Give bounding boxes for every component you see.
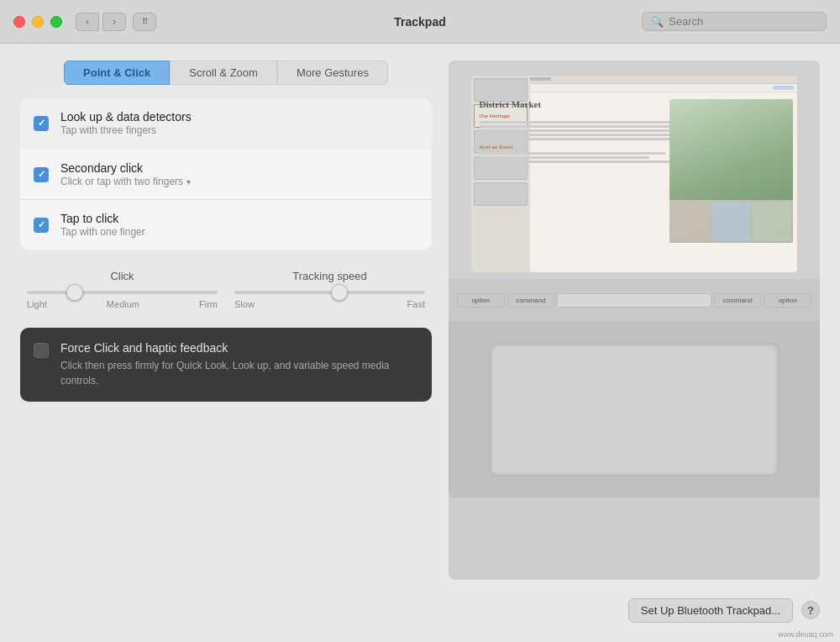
back-icon: ‹ bbox=[86, 16, 89, 28]
tracking-slider-labels: Slow Fast bbox=[234, 299, 425, 309]
search-input[interactable] bbox=[669, 15, 817, 28]
settings-list: Look up & data detectors Tap with three … bbox=[20, 98, 432, 250]
preview-page: District Market Our Heritage Host an Eve… bbox=[471, 92, 798, 272]
search-bar[interactable]: 🔍 bbox=[642, 12, 827, 31]
preview-area: District Market Our Heritage Host an Eve… bbox=[449, 61, 820, 580]
tracking-slider-track bbox=[234, 291, 425, 294]
click-label-medium: Medium bbox=[107, 299, 139, 309]
help-button[interactable]: ? bbox=[801, 601, 820, 619]
preview-text-line bbox=[480, 134, 681, 136]
list-item: Tap to click Tap with one finger bbox=[20, 200, 432, 250]
dropdown-arrow-icon: ▾ bbox=[186, 177, 191, 187]
forward-button[interactable]: › bbox=[102, 13, 126, 31]
lookup-subtitle: Tap with three fingers bbox=[60, 124, 418, 136]
trackpad-area bbox=[449, 321, 820, 497]
keyboard-row: option command command option bbox=[455, 293, 813, 308]
right-panel: District Market Our Heritage Host an Eve… bbox=[449, 61, 820, 625]
tracking-slider-group: Tracking speed Slow Fast bbox=[234, 270, 425, 309]
preview-content: District Market Our Heritage Host an Eve… bbox=[471, 92, 798, 272]
traffic-lights bbox=[13, 16, 62, 28]
preview-menu-item bbox=[528, 77, 551, 81]
tabs-container: Point & Click Scroll & Zoom More Gesture… bbox=[20, 61, 432, 85]
list-item: Look up & data detectors Tap with three … bbox=[20, 98, 432, 148]
grid-icon: ⠿ bbox=[142, 17, 148, 26]
forward-icon: › bbox=[113, 16, 116, 28]
tab-point-click[interactable]: Point & Click bbox=[64, 61, 170, 85]
window-title: Trackpad bbox=[394, 15, 445, 29]
search-icon: 🔍 bbox=[651, 16, 664, 28]
preview-text-line bbox=[480, 152, 665, 155]
keyboard: option command command option bbox=[455, 293, 813, 308]
force-click-section: Force Click and haptic feedback Click th… bbox=[20, 328, 432, 402]
nav-buttons: ‹ › bbox=[76, 13, 126, 31]
lookup-title: Look up & data detectors bbox=[60, 110, 418, 124]
tab-more-gestures[interactable]: More Gestures bbox=[277, 61, 388, 85]
close-button[interactable] bbox=[13, 16, 25, 28]
maximize-button[interactable] bbox=[50, 16, 62, 28]
click-slider-thumb[interactable] bbox=[66, 284, 83, 301]
lookup-checkbox[interactable] bbox=[34, 116, 49, 131]
bottom-bar: Set Up Bluetooth Trackpad... ? bbox=[449, 588, 820, 625]
secondary-click-subtitle: Click or tap with two fingers bbox=[60, 176, 183, 187]
keyboard-area: option command command option bbox=[449, 279, 820, 321]
tracking-slider-label: Tracking speed bbox=[292, 270, 366, 282]
list-item: Secondary click Click or tap with two fi… bbox=[20, 150, 432, 200]
command-key-r: command bbox=[714, 293, 762, 308]
tab-scroll-zoom[interactable]: Scroll & Zoom bbox=[170, 61, 277, 85]
trackpad-surface[interactable] bbox=[490, 343, 780, 476]
secondary-click-title: Secondary click bbox=[60, 161, 418, 175]
tap-to-click-checkbox[interactable] bbox=[34, 218, 49, 233]
click-slider-labels: Light Medium Firm bbox=[27, 299, 218, 309]
spacebar-key bbox=[557, 293, 711, 308]
click-label-light: Light bbox=[27, 299, 47, 309]
grid-button[interactable]: ⠿ bbox=[133, 13, 156, 31]
click-label-firm: Firm bbox=[199, 299, 218, 309]
back-button[interactable]: ‹ bbox=[76, 13, 99, 31]
option-key-r: option bbox=[764, 293, 811, 308]
click-slider-label: Click bbox=[110, 270, 134, 282]
setup-bluetooth-button[interactable]: Set Up Bluetooth Trackpad... bbox=[628, 598, 793, 623]
watermark: www.deuaq.com bbox=[778, 630, 833, 639]
preview-screenshot: District Market Our Heritage Host an Eve… bbox=[449, 61, 820, 279]
option-key: option bbox=[457, 293, 505, 308]
click-slider-group: Click Light Medium Firm bbox=[27, 270, 218, 309]
tracking-label-slow: Slow bbox=[234, 299, 255, 309]
preview-products bbox=[669, 200, 794, 243]
left-panel: Point & Click Scroll & Zoom More Gesture… bbox=[20, 61, 432, 625]
click-slider-track bbox=[27, 291, 218, 294]
secondary-click-checkbox[interactable] bbox=[34, 167, 49, 182]
force-click-title: Force Click and haptic feedback bbox=[60, 341, 418, 355]
tracking-slider-thumb[interactable] bbox=[331, 284, 348, 301]
minimize-button[interactable] bbox=[32, 16, 44, 28]
main-content: Point & Click Scroll & Zoom More Gesture… bbox=[0, 44, 840, 642]
preview-text-line bbox=[480, 125, 696, 128]
command-key: command bbox=[507, 293, 555, 308]
tracking-label-fast: Fast bbox=[407, 299, 425, 309]
preview-image bbox=[669, 99, 794, 243]
force-click-checkbox[interactable] bbox=[34, 343, 49, 358]
sliders-section: Click Light Medium Firm Tracking speed S… bbox=[20, 261, 432, 314]
preview-text-line bbox=[480, 160, 672, 163]
preview-text-line bbox=[480, 156, 650, 159]
title-bar: ‹ › ⠿ Trackpad 🔍 bbox=[0, 0, 840, 44]
tap-to-click-title: Tap to click bbox=[60, 212, 418, 225]
tap-to-click-subtitle: Tap with one finger bbox=[60, 226, 418, 238]
force-click-description: Click then press firmly for Quick Look, … bbox=[60, 358, 418, 388]
